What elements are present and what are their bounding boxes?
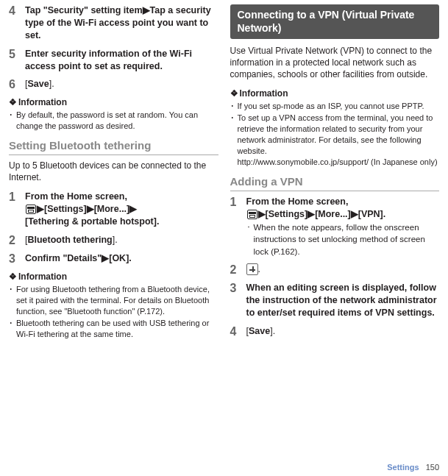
step-text: From the Home screen, ▶[Settings]▶[More.…: [25, 191, 218, 228]
step-text: .: [246, 263, 440, 277]
step-number: 3: [9, 252, 25, 266]
step-text: Enter security information of the Wi-Fi …: [25, 48, 218, 73]
bt-step-3: 3 Confirm "Details"▶[OK].: [9, 252, 218, 266]
apps-grid-icon: [26, 205, 36, 214]
diamond-icon: ❖: [9, 271, 17, 282]
diamond-icon: ❖: [230, 88, 238, 99]
add-plus-icon: [246, 263, 258, 275]
bullet-icon: ･: [9, 318, 16, 340]
step-text: Confirm "Details"▶[OK].: [25, 252, 218, 266]
step-6: 6 [Save].: [9, 78, 218, 91]
footer-section: Settings: [387, 463, 419, 472]
vpn-step-3: 3 When an editing screen is displayed, f…: [230, 282, 440, 319]
footer-page-number: 150: [426, 463, 439, 472]
vpn-step-2: 2 .: [230, 263, 440, 277]
bullet-icon: ･: [246, 221, 254, 257]
info-item: ･ By default, the password is set at ran…: [9, 110, 218, 132]
bullet-icon: ･: [9, 110, 16, 132]
right-column: Connecting to a VPN (Virtual Private Net…: [224, 0, 449, 476]
info-item: ･ For using Bluetooth tethering from a B…: [9, 284, 218, 317]
information-heading: ❖Information: [230, 88, 440, 99]
step-note: ･ When the note appears, follow the onsc…: [246, 221, 440, 257]
information-list: ･ By default, the password is set at ran…: [9, 110, 218, 132]
vpn-section-title: Connecting to a VPN (Virtual Private Net…: [230, 4, 440, 39]
bluetooth-tethering-heading: Setting Bluetooth tethering: [9, 139, 218, 155]
bt-step-1: 1 From the Home screen, ▶[Settings]▶[Mor…: [9, 191, 218, 228]
vpn-step-1: 1 From the Home screen, ▶[Settings]▶[Mor…: [230, 196, 440, 257]
info-item: ･ If you set sp-mode as an ISP, you cann…: [230, 101, 440, 112]
step-number: 4: [9, 4, 25, 42]
step-number: 6: [9, 78, 25, 91]
step-text: Tap "Security" setting item▶Tap a securi…: [25, 4, 218, 42]
step-number: 2: [9, 234, 25, 247]
step-4: 4 Tap "Security" setting item▶Tap a secu…: [9, 4, 218, 42]
bullet-icon: ･: [230, 101, 238, 112]
information-heading: ❖Information: [9, 97, 218, 107]
step-text: [Save].: [25, 78, 218, 91]
vpn-section-desc: Use Virtual Private Network (VPN) to con…: [230, 45, 440, 81]
step-5: 5 Enter security information of the Wi-F…: [9, 48, 218, 73]
apps-grid-icon: [247, 210, 257, 219]
step-text: [Bluetooth tethering].: [25, 234, 218, 247]
info-item: ･ To set up a VPN access from the termin…: [230, 113, 440, 167]
information-list: ･ If you set sp-mode as an ISP, you cann…: [230, 101, 440, 168]
info-item: ･ Bluetooth tethering can be used with U…: [9, 318, 218, 340]
bullet-icon: ･: [230, 113, 238, 167]
page-footer: Settings 150: [387, 463, 439, 472]
information-list: ･ For using Bluetooth tethering from a B…: [9, 284, 218, 340]
step-number: 1: [230, 196, 246, 257]
bluetooth-tethering-desc: Up to 5 Bluetooth devices can be connect…: [9, 160, 218, 183]
step-text: [Save].: [246, 325, 440, 338]
step-number: 3: [230, 282, 246, 319]
step-number: 2: [230, 263, 246, 277]
left-column: 4 Tap "Security" setting item▶Tap a secu…: [0, 0, 224, 476]
bt-step-2: 2 [Bluetooth tethering].: [9, 234, 218, 247]
diamond-icon: ❖: [9, 97, 17, 107]
step-number: 1: [9, 191, 25, 228]
step-text: From the Home screen, ▶[Settings]▶[More.…: [246, 196, 440, 257]
bullet-icon: ･: [9, 284, 16, 317]
step-number: 4: [230, 325, 246, 338]
step-number: 5: [9, 48, 25, 73]
adding-vpn-heading: Adding a VPN: [230, 175, 440, 191]
vpn-step-4: 4 [Save].: [230, 325, 440, 338]
information-heading: ❖Information: [9, 271, 218, 282]
step-text: When an editing screen is displayed, fol…: [246, 282, 440, 319]
